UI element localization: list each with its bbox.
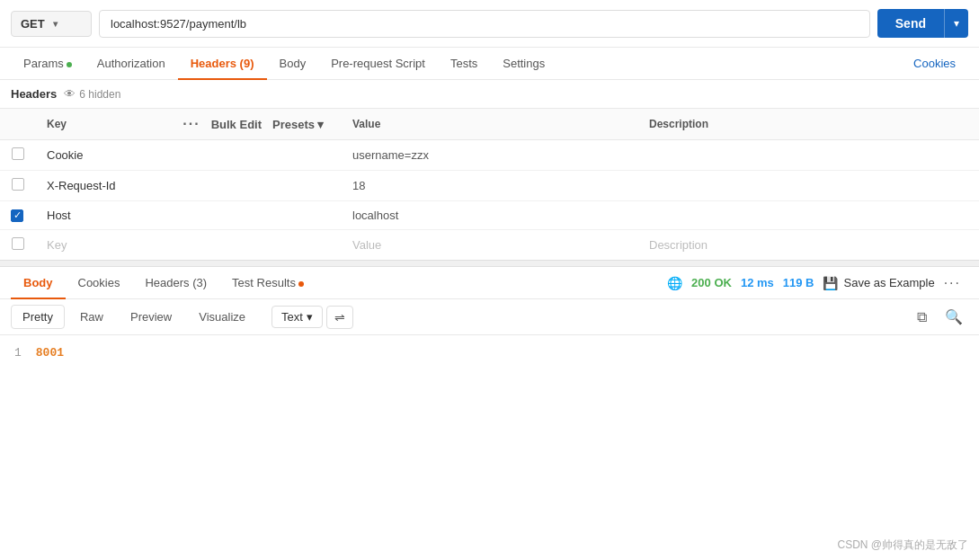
code-area: 1 8001 (0, 335, 979, 370)
response-time: 12 ms (741, 276, 774, 289)
tab-body[interactable]: Body (267, 48, 319, 79)
response-tabs: Body Cookies Headers (3) Test Results 🌐 … (0, 267, 979, 299)
send-button[interactable]: Send (877, 9, 944, 38)
method-value: GET (21, 17, 49, 31)
row1-key[interactable]: Cookie (36, 140, 342, 171)
table-row: X-Request-Id 18 (0, 171, 979, 201)
status-badge: 200 OK (691, 276, 732, 289)
sub-tab-visualize[interactable]: Visualize (187, 305, 257, 329)
table-row: Key Value Description (0, 230, 979, 261)
response-tab-test-results[interactable]: Test Results (219, 267, 316, 298)
response-meta: 🌐 200 OK 12 ms 119 B 💾 Save as Example ·… (660, 275, 968, 291)
cookies-link[interactable]: Cookies (901, 48, 968, 79)
row4-key[interactable]: Key (36, 230, 342, 261)
headers-table: Key ··· Bulk Edit Presets ▾ Value (0, 109, 979, 260)
tab-params[interactable]: Params (11, 48, 85, 79)
response-tab-headers[interactable]: Headers (3) (132, 267, 219, 298)
table-actions: ··· Bulk Edit Presets ▾ (136, 116, 331, 132)
col-key-header: Key ··· Bulk Edit Presets ▾ (36, 109, 342, 140)
presets-chevron-icon: ▾ (317, 118, 324, 131)
row1-value[interactable]: username=zzx (342, 140, 638, 171)
test-results-dot (298, 281, 304, 287)
top-bar: GET ▾ Send ▾ (0, 0, 979, 48)
tab-prerequest[interactable]: Pre-request Script (318, 48, 438, 79)
method-chevron-icon: ▾ (53, 19, 82, 29)
watermark: CSDN @帅得真的是无敌了 (837, 538, 968, 553)
row2-value[interactable]: 18 (342, 171, 638, 201)
tab-tests[interactable]: Tests (438, 48, 490, 79)
row4-value[interactable]: Value (342, 230, 638, 261)
tab-headers[interactable]: Headers (9) (178, 48, 267, 79)
row3-check-cell: ✓ (0, 201, 36, 230)
send-button-group: Send ▾ (877, 9, 968, 38)
hidden-badge: 👁 6 hidden (64, 87, 120, 101)
row2-check-cell (0, 171, 36, 201)
headers-label-row: Headers 👁 6 hidden (0, 80, 979, 109)
globe-icon: 🌐 (667, 276, 682, 290)
row2-key[interactable]: X-Request-Id (36, 171, 342, 201)
response-size: 119 B (783, 276, 814, 289)
sub-tab-pretty[interactable]: Pretty (11, 305, 65, 329)
code-content: 8001 (36, 346, 64, 360)
response-sub-tabs: Pretty Raw Preview Visualize Text ▾ ⇌ ⧉ … (0, 299, 979, 335)
sub-tab-raw[interactable]: Raw (68, 305, 115, 329)
row2-description[interactable] (638, 171, 979, 201)
method-select[interactable]: GET ▾ (11, 11, 92, 37)
save-icon: 💾 (823, 276, 838, 290)
hidden-count: 6 hidden (79, 88, 120, 101)
row4-checkbox[interactable] (12, 237, 24, 250)
bulk-edit-button[interactable]: Bulk Edit (211, 118, 262, 131)
format-select[interactable]: Text ▾ (271, 306, 323, 328)
row1-description[interactable] (638, 140, 979, 171)
table-row: ✓ Host localhost (0, 201, 979, 230)
send-dropdown-button[interactable]: ▾ (944, 9, 968, 38)
section-divider (0, 260, 979, 267)
response-tab-body[interactable]: Body (11, 267, 66, 298)
col-value-header: Value (342, 109, 638, 140)
response-tab-cookies[interactable]: Cookies (66, 267, 133, 298)
copy-button[interactable]: ⧉ (912, 306, 932, 328)
row4-check-cell (0, 230, 36, 261)
table-row: Cookie username=zzx (0, 140, 979, 171)
row3-key[interactable]: Host (36, 201, 342, 230)
sub-tab-preview[interactable]: Preview (119, 305, 183, 329)
line-numbers: 1 (14, 346, 22, 360)
more-options-button[interactable]: ··· (182, 116, 200, 132)
save-as-example-button[interactable]: 💾 Save as Example (823, 276, 934, 290)
code-actions: ⧉ 🔍 (912, 306, 968, 328)
url-input[interactable] (99, 10, 870, 38)
response-more-options[interactable]: ··· (944, 275, 961, 291)
headers-table-wrapper: Key ··· Bulk Edit Presets ▾ Value (0, 109, 979, 260)
row1-checkbox[interactable] (12, 147, 24, 160)
search-button[interactable]: 🔍 (939, 306, 968, 328)
row3-description[interactable] (638, 201, 979, 230)
wrap-button[interactable]: ⇌ (326, 306, 353, 329)
row3-checkbox[interactable]: ✓ (11, 209, 23, 222)
row3-value[interactable]: localhost (342, 201, 638, 230)
request-tabs: Params Authorization Headers (9) Body Pr… (0, 48, 979, 80)
tab-authorization[interactable]: Authorization (85, 48, 178, 79)
row1-check-cell (0, 140, 36, 171)
params-dot (67, 62, 72, 67)
headers-label: Headers (11, 87, 57, 101)
col-check-header (0, 109, 36, 140)
presets-button[interactable]: Presets ▾ (272, 118, 324, 131)
col-description-header: Description (638, 109, 979, 140)
row4-description[interactable]: Description (638, 230, 979, 261)
eye-icon: 👁 (64, 87, 76, 101)
tab-settings[interactable]: Settings (490, 48, 557, 79)
row2-checkbox[interactable] (12, 178, 24, 191)
format-chevron-icon: ▾ (307, 310, 313, 324)
